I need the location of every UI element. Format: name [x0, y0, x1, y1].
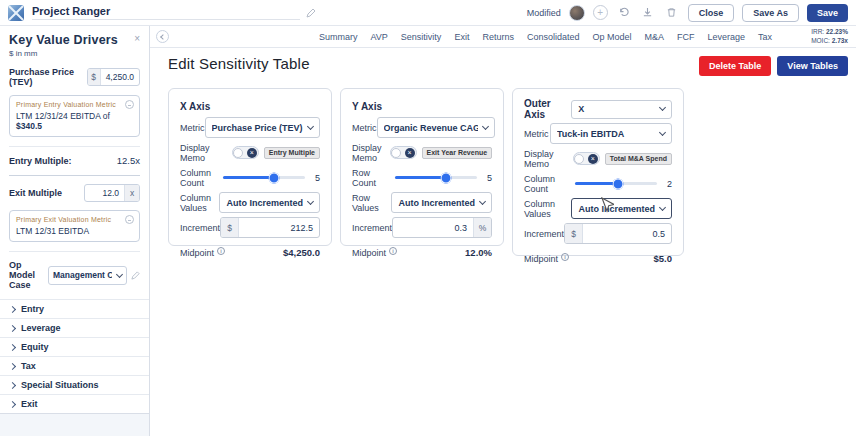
x-column-count-value: 5: [312, 173, 320, 183]
y-display-memo-toggle[interactable]: ×: [390, 146, 417, 159]
slider-thumb[interactable]: [268, 172, 279, 183]
tab-sensitivity[interactable]: Sensitivity: [401, 32, 442, 42]
purchase-price-input[interactable]: $ 4,250.0: [87, 68, 140, 86]
delete-table-button[interactable]: Delete Table: [699, 56, 771, 76]
tab-ma[interactable]: M&A: [644, 32, 664, 42]
op-model-case-label: Op Model Case: [9, 260, 48, 290]
sidebar-section-entry[interactable]: Entry: [0, 299, 149, 318]
collapse-panel-icon[interactable]: [156, 30, 169, 43]
entry-multiple-label: Entry Multiple:: [9, 156, 72, 166]
download-icon[interactable]: [640, 5, 656, 21]
history-undo-icon[interactable]: [616, 5, 632, 21]
sidebar-title: Key Value Drivers: [9, 33, 118, 47]
sidebar-close-icon[interactable]: ×: [134, 34, 140, 44]
close-button[interactable]: Close: [688, 4, 735, 22]
y-increment-input[interactable]: 0.3 %: [392, 217, 492, 238]
add-user-icon[interactable]: +: [593, 5, 608, 20]
midpoint-label: Midpoint: [352, 248, 386, 258]
sidebar-section-equity[interactable]: Equity: [0, 337, 149, 356]
edit-title-icon[interactable]: [306, 4, 316, 22]
exit-multiple-input[interactable]: 12.0 x: [84, 184, 140, 202]
metric-info-icon[interactable]: [125, 100, 134, 109]
toggle-off-icon: ×: [588, 154, 598, 164]
y-metric-select[interactable]: Organic Revenue CAGR: [377, 117, 495, 138]
toggle-off-icon: ×: [247, 148, 257, 158]
save-as-button[interactable]: Save As: [742, 4, 799, 22]
outer-axis-panel-title: Outer Axis: [524, 98, 564, 120]
outer-column-count-value: 2: [664, 179, 672, 189]
entry-metric-text: LTM 12/31/24 EBITDA of: [16, 111, 110, 121]
exit-metric-text: LTM 12/31 EBITDA: [16, 226, 133, 236]
sidebar-section-special-situations[interactable]: Special Situations: [0, 375, 149, 394]
metric-label: Metric: [352, 123, 377, 133]
tab-tax[interactable]: Tax: [758, 32, 772, 42]
outer-column-count-slider[interactable]: [575, 182, 657, 185]
purchase-price-value[interactable]: 4,250.0: [101, 69, 139, 85]
tab-op-model[interactable]: Op Model: [592, 32, 631, 42]
chevron-right-icon: [9, 324, 16, 331]
sidebar-section-leverage[interactable]: Leverage: [0, 318, 149, 337]
info-icon: i: [561, 253, 569, 261]
chevron-down-icon: [116, 270, 123, 277]
chevron-right-icon: [9, 362, 16, 369]
view-tables-button[interactable]: View Tables: [777, 56, 848, 76]
x-column-values-select[interactable]: Auto Incremented: [219, 192, 320, 213]
exit-multiple-value[interactable]: 12.0: [85, 185, 124, 201]
outer-increment-input[interactable]: $ 0.5: [564, 223, 672, 244]
tab-avp[interactable]: AVP: [371, 32, 388, 42]
midpoint-label: Midpoint: [180, 248, 214, 258]
y-midpoint-value: 12.0%: [465, 247, 492, 258]
op-model-case-select[interactable]: Management Case: [48, 266, 127, 285]
x-column-count-slider[interactable]: [223, 176, 305, 179]
tab-consolidated[interactable]: Consolidated: [527, 32, 580, 42]
user-avatar[interactable]: [569, 5, 585, 21]
slider-thumb[interactable]: [612, 178, 623, 189]
y-row-values-select[interactable]: Auto Incremented: [391, 192, 492, 213]
moic-value: 2.73x: [832, 37, 848, 44]
outer-axis-panel: Outer Axis X Metric Tuck-in EBITDA Displ…: [512, 88, 684, 256]
units-note: $ in mm: [9, 49, 140, 58]
x-metric-select[interactable]: Purchase Price (TEV): [205, 117, 321, 138]
column-values-label: Column Values: [524, 199, 571, 219]
x-increment-input[interactable]: $ 212.5: [220, 217, 320, 238]
metric-info-icon[interactable]: [125, 215, 134, 224]
tab-leverage[interactable]: Leverage: [708, 32, 746, 42]
display-memo-label: Display Memo: [352, 143, 382, 163]
tab-summary[interactable]: Summary: [319, 32, 358, 42]
key-value-drivers-sidebar: Key Value Drivers × $ in mm Purchase Pri…: [0, 26, 150, 436]
outer-display-memo-toggle[interactable]: ×: [573, 152, 600, 165]
x-midpoint-value: $4,250.0: [283, 247, 320, 258]
row-values-label: Row Values: [352, 193, 391, 213]
chevron-right-icon: [9, 305, 16, 312]
purchase-price-label: Purchase Price (TEV): [9, 67, 87, 87]
window-titlebar: Project Ranger Modified + Close Save As …: [0, 0, 856, 26]
outer-metric-select[interactable]: Tuck-in EBITDA: [550, 123, 672, 144]
toggle-off-icon: ×: [405, 148, 415, 158]
currency-prefix: $: [88, 69, 101, 85]
info-icon: i: [217, 247, 225, 255]
sidebar-section-exit[interactable]: Exit: [0, 394, 149, 413]
tab-returns[interactable]: Returns: [482, 32, 514, 42]
info-icon: i: [389, 247, 397, 255]
display-memo-label: Display Memo: [180, 143, 224, 163]
entry-metric-title: Primary Entry Valuation Metric: [16, 101, 133, 108]
edit-case-icon[interactable]: [131, 266, 140, 284]
tab-exit[interactable]: Exit: [454, 32, 469, 42]
metric-label: Metric: [524, 129, 549, 139]
y-row-count-slider[interactable]: [395, 176, 477, 179]
trash-icon[interactable]: [664, 5, 680, 21]
increment-label: Increment: [352, 223, 392, 233]
column-count-label: Column Count: [524, 174, 575, 194]
entry-valuation-metric-box: Primary Entry Valuation Metric LTM 12/31…: [9, 95, 140, 137]
save-button[interactable]: Save: [807, 4, 848, 22]
outer-axis-select[interactable]: X: [571, 100, 672, 119]
project-title-input[interactable]: Project Ranger: [32, 5, 300, 20]
y-row-count-value: 5: [484, 173, 492, 183]
x-display-memo-toggle[interactable]: ×: [232, 146, 259, 159]
sidebar-section-tax[interactable]: Tax: [0, 356, 149, 375]
slider-thumb[interactable]: [440, 172, 451, 183]
outer-column-values-select[interactable]: Auto Incremented: [571, 198, 672, 219]
tab-fcf[interactable]: FCF: [677, 32, 695, 42]
chevron-down-icon: [659, 128, 666, 135]
y-memo-badge: Exit Year Revenue: [422, 147, 493, 159]
